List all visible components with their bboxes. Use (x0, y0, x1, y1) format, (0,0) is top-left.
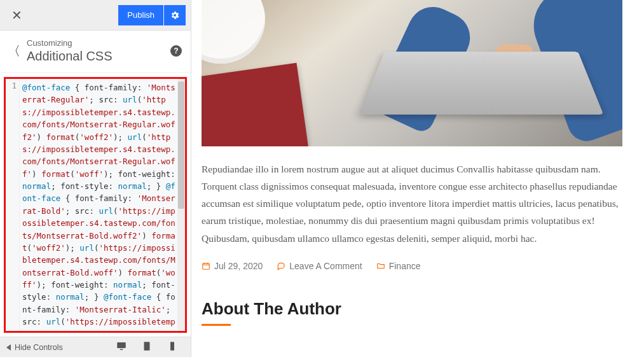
customizer-bottombar: Hide Controls (0, 337, 191, 357)
help-icon[interactable]: ? (170, 45, 182, 57)
mobile-icon (167, 340, 178, 352)
line-gutter: 1 (6, 79, 20, 331)
device-mobile-button[interactable] (167, 340, 178, 354)
post-meta: Jul 29, 2020 Leave A Comment Finance (202, 261, 622, 271)
settings-button[interactable] (164, 5, 186, 25)
gear-icon (170, 10, 180, 20)
svg-rect-3 (170, 342, 174, 351)
section-header: 〈 Customizing Additional CSS ? (0, 31, 191, 73)
calendar-icon (202, 262, 210, 270)
editor-scrollbar[interactable] (177, 79, 185, 331)
breadcrumb: Customizing (27, 38, 170, 48)
customizer-sidebar: ✕ Publish 〈 Customizing Additional CSS ?… (0, 0, 191, 357)
featured-image (202, 0, 622, 146)
folder-icon (376, 262, 385, 270)
post-date: Jul 29, 2020 (202, 261, 263, 271)
publish-button[interactable]: Publish (118, 5, 163, 25)
back-button[interactable]: 〈 (4, 40, 27, 62)
author-heading: About The Author (202, 299, 622, 319)
css-code-input[interactable]: @font-face { font-family: 'Montserrat-Re… (20, 79, 177, 331)
post-category[interactable]: Finance (376, 261, 421, 271)
comment-link[interactable]: Leave A Comment (277, 261, 362, 271)
svg-rect-2 (144, 342, 150, 351)
close-button[interactable]: ✕ (5, 4, 29, 27)
comment-icon (277, 262, 285, 270)
page-title: Additional CSS (27, 49, 170, 64)
customizer-topbar: ✕ Publish (0, 0, 191, 31)
hide-controls-button[interactable]: Hide Controls (6, 343, 63, 352)
site-preview[interactable]: Repudiandae illo in lorem nostrum augue … (191, 0, 644, 357)
heading-underline (202, 324, 231, 326)
post-paragraph: Repudiandae illo in lorem nostrum augue … (202, 160, 622, 247)
svg-rect-0 (117, 342, 126, 348)
svg-rect-1 (120, 349, 123, 350)
css-editor-container: 1 @font-face { font-family: 'Montserrat-… (0, 73, 191, 337)
svg-rect-4 (203, 263, 210, 269)
desktop-icon (116, 340, 127, 352)
hide-controls-label: Hide Controls (15, 343, 63, 352)
device-desktop-button[interactable] (116, 340, 127, 354)
collapse-icon (6, 344, 11, 351)
tablet-icon (141, 340, 153, 352)
device-tablet-button[interactable] (141, 340, 153, 354)
